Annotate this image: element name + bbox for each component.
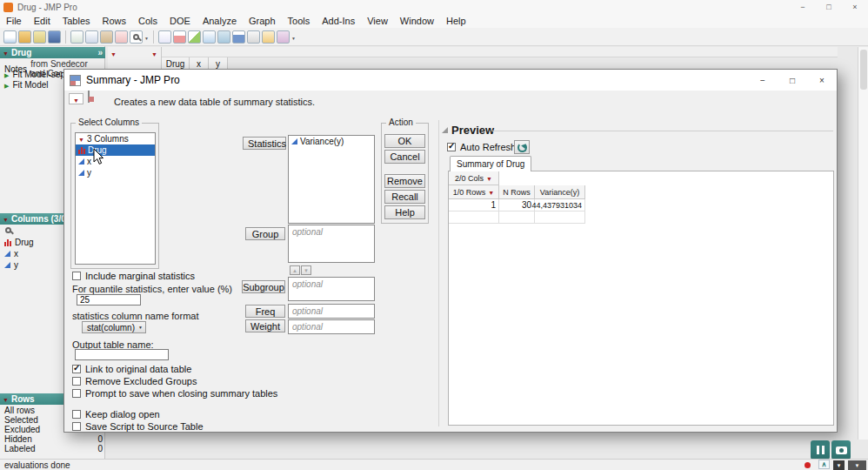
journal-icon[interactable] [33,30,46,44]
refresh-button[interactable] [514,140,530,154]
paste-icon[interactable] [100,30,113,44]
menu-addins[interactable]: Add-Ins [316,15,361,27]
auto-refresh-checkbox[interactable] [447,143,456,151]
close-button[interactable]: × [842,0,868,14]
rows-panel-menu-icon[interactable] [3,394,9,404]
preview-cols-menu[interactable]: 2/0 Cols [449,171,499,185]
quantile-input[interactable] [77,294,141,306]
column-item-drug[interactable]: Drug [76,144,155,156]
menu-tables[interactable]: Tables [57,15,97,27]
table-panel-header[interactable]: Drug [0,47,105,58]
columns-menu-icon[interactable] [151,48,157,58]
new-data-table-icon[interactable] [3,30,17,44]
help-button[interactable]: Help [384,205,425,219]
table-menu-icon[interactable] [110,48,117,58]
menu-rows[interactable]: Rows [97,15,133,27]
link-original-checkbox[interactable] [72,365,81,373]
column-list[interactable]: 3 Columns Drug x y [75,132,156,265]
search-icon[interactable] [130,30,143,44]
dialog-maximize-button[interactable]: □ [778,70,807,91]
column-item-y[interactable]: y [76,167,155,178]
menu-doe[interactable]: DOE [164,15,197,27]
statistics-button[interactable]: Statistics [243,137,286,150]
preview-cell-nrows[interactable]: 30 [499,199,535,212]
pause-button[interactable] [811,440,830,460]
move-down-button[interactable] [301,265,311,275]
keep-open-checkbox[interactable] [72,410,81,419]
name-format-dropdown[interactable]: stat(column) [82,321,146,333]
toolbar-overflow-icon[interactable] [291,31,296,42]
preview-cell-variance[interactable]: 44,437931034 [535,199,585,212]
menu-edit[interactable]: Edit [28,15,57,27]
remove-button[interactable]: Remove [384,174,425,188]
save-script-checkbox[interactable] [72,422,81,431]
cancel-button[interactable]: Cancel [384,150,425,164]
graph-builder-icon[interactable] [203,30,216,44]
remove-excluded-checkbox[interactable] [72,377,81,386]
data-filter-icon[interactable] [217,30,230,44]
dialog-minimize-button[interactable]: − [748,70,778,91]
weight-button[interactable]: Weight [245,319,285,332]
group-box[interactable]: optional [288,225,375,263]
menu-cols[interactable]: Cols [132,15,164,27]
column-list-header[interactable]: 3 Columns [76,133,155,144]
snapshot-button[interactable] [831,440,851,460]
summary-hotspot-button[interactable] [69,93,83,104]
panel-collapse-icon[interactable] [97,48,103,57]
print-icon[interactable] [70,30,83,44]
columns-panel-menu-icon[interactable] [3,214,9,224]
preview-header-variance[interactable]: Variance(y) [535,185,585,199]
maximize-button[interactable]: □ [816,0,842,14]
preview-header-nrows[interactable]: N Rows [499,185,535,199]
group-button[interactable]: Group [245,227,285,240]
log-status-icon[interactable] [805,462,811,468]
annotate-icon[interactable] [277,30,290,44]
subgroup-button[interactable]: Subgroup [242,280,285,293]
ok-button[interactable]: OK [384,134,425,148]
disclosure-icon[interactable] [442,127,448,133]
freq-button[interactable]: Freq [245,305,285,318]
rows-menu-icon[interactable] [488,188,494,197]
save-icon[interactable] [48,30,61,44]
status-menu-button[interactable] [848,460,866,470]
menu-help[interactable]: Help [440,15,472,27]
open-icon[interactable] [18,30,31,44]
column-list-menu-icon[interactable] [78,134,84,144]
preview-header[interactable]: Preview [442,124,494,137]
columns-filter-icon[interactable] [5,227,11,233]
cols-menu-icon[interactable] [486,174,492,183]
statistics-item-variance[interactable]: Variance(y) [289,136,374,147]
copy-icon[interactable] [85,30,98,44]
script-run-icon[interactable] [4,80,9,90]
fit-y-by-x-icon[interactable] [188,30,201,44]
search-dropdown-icon[interactable] [144,31,149,42]
formula-icon[interactable] [262,30,275,44]
scrollbar-thumb[interactable] [860,50,867,90]
menu-file[interactable]: File [0,15,28,27]
output-table-input[interactable] [75,349,169,360]
dialog-close-button[interactable]: × [807,70,837,91]
clear-icon[interactable] [115,30,128,44]
summary-icon[interactable] [232,30,245,44]
preview-rows-menu[interactable]: 1/0 Rows [449,185,499,199]
move-up-button[interactable] [290,265,300,275]
column-item-x[interactable]: x [76,156,155,167]
dropdown-button[interactable] [833,460,845,470]
menu-graph[interactable]: Graph [243,15,282,27]
table-panel-menu-icon[interactable] [3,48,9,57]
sort-icon[interactable] [247,30,260,44]
menu-tools[interactable]: Tools [282,15,317,27]
vertical-scrollbar[interactable] [858,47,868,440]
script-run-icon[interactable] [4,70,9,79]
menu-view[interactable]: View [361,15,394,27]
preview-row-number[interactable]: 1 [449,199,499,212]
prompt-save-checkbox[interactable] [72,389,81,398]
menu-window[interactable]: Window [394,15,440,27]
minimize-button[interactable]: − [790,0,816,14]
recall-button[interactable]: Recall [384,190,425,204]
caret-up-button[interactable] [818,460,830,469]
freq-box[interactable]: optional [288,304,375,319]
distribution-icon[interactable] [173,30,186,44]
subgroup-box[interactable]: optional [288,277,375,301]
statistics-list[interactable]: Variance(y) [288,135,375,224]
